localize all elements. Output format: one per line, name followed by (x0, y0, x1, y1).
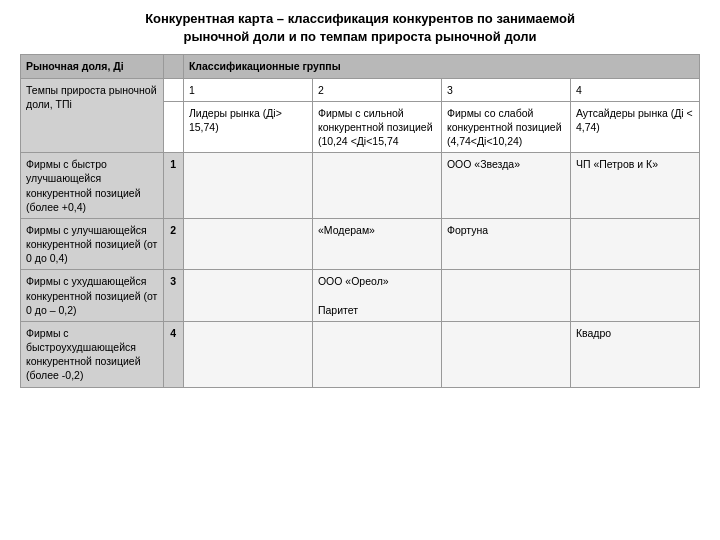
row-label: Фирмы с быстро улучшающейся конкурентной… (21, 153, 164, 219)
row-label: Фирмы с улучшающейся конкурентной позици… (21, 218, 164, 270)
data-cell-2 (312, 321, 441, 387)
tempo-label: Темпы прироста рыночной доли, ТПi (21, 78, 164, 153)
table-row: Фирмы с быстро улучшающейся конкурентной… (21, 153, 700, 219)
data-cell-1 (183, 153, 312, 219)
row-label: Фирмы с быстроухудшающейся конкурентной … (21, 321, 164, 387)
header-desc-2: Фирмы с сильной конкурентной позицией (1… (312, 101, 441, 153)
header-num-empty (163, 78, 183, 101)
header-num-3: 3 (441, 78, 570, 101)
header-num-2: 2 (312, 78, 441, 101)
data-cell-1 (183, 270, 312, 322)
header-desc-1: Лидеры рынка (Дi> 15,74) (183, 101, 312, 153)
data-cell-1 (183, 321, 312, 387)
page-title: Конкурентная карта – классификация конку… (20, 10, 700, 46)
row-num: 3 (163, 270, 183, 322)
data-cell-1 (183, 218, 312, 270)
header-col-group-empty (163, 55, 183, 78)
data-cell-4: Квадро (570, 321, 699, 387)
header-row-2: Темпы прироста рыночной доли, ТПi 1 2 3 … (21, 78, 700, 101)
data-cell-2 (312, 153, 441, 219)
row-num: 1 (163, 153, 183, 219)
data-cell-2: «Модерам» (312, 218, 441, 270)
header-row-label: Рыночная доля, Дi (21, 55, 164, 78)
data-cell-4 (570, 218, 699, 270)
data-cell-4 (570, 270, 699, 322)
header-desc-3: Фирмы со слабой конкурентной позицией (4… (441, 101, 570, 153)
table-row: Фирмы с ухудшающейся конкурентной позици… (21, 270, 700, 322)
header-num-4: 4 (570, 78, 699, 101)
data-cell-3 (441, 321, 570, 387)
row-num: 2 (163, 218, 183, 270)
data-cell-3: ООО «Звезда» (441, 153, 570, 219)
header-row-1: Рыночная доля, Дi Классификационные груп… (21, 55, 700, 78)
header-col-group: Классификационные группы (183, 55, 699, 78)
table-row: Фирмы с быстроухудшающейся конкурентной … (21, 321, 700, 387)
data-cell-4: ЧП «Петров и К» (570, 153, 699, 219)
table-row: Фирмы с улучшающейся конкурентной позици… (21, 218, 700, 270)
row-num: 4 (163, 321, 183, 387)
row-label: Фирмы с ухудшающейся конкурентной позици… (21, 270, 164, 322)
header-num-1: 1 (183, 78, 312, 101)
data-cell-3: Фортуна (441, 218, 570, 270)
header-desc-empty (163, 101, 183, 153)
data-cell-2: ООО «Ореол»Паритет (312, 270, 441, 322)
data-cell-3 (441, 270, 570, 322)
header-desc-4: Аутсайдеры рынка (Дi < 4,74) (570, 101, 699, 153)
